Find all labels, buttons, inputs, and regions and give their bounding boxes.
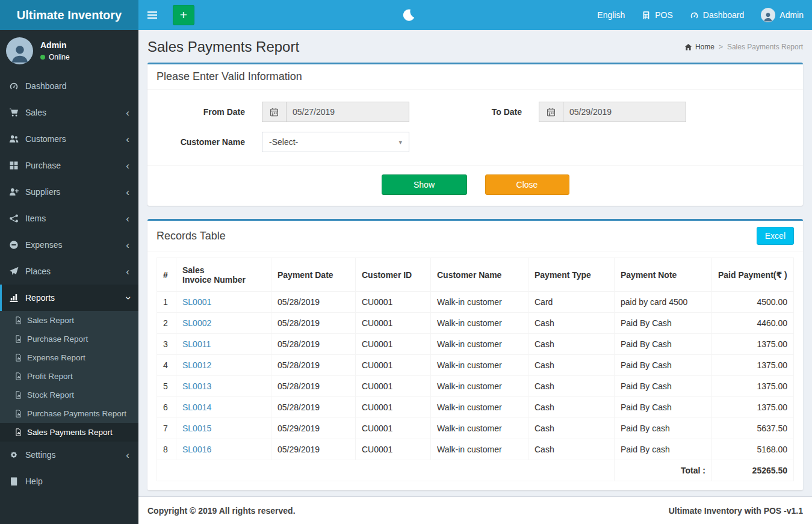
sidebar-item-label: Sales (25, 108, 46, 117)
show-button[interactable]: Show (382, 174, 467, 195)
invoice-link[interactable]: SL0012 (182, 360, 211, 370)
submenu-item-purchase-report[interactable]: Purchase Report (0, 330, 138, 348)
filter-panel: Please Enter Valid Information From Date… (147, 63, 803, 206)
submenu-item-sales-payments-report[interactable]: Sales Payments Report (0, 423, 138, 442)
home-icon (684, 43, 692, 51)
payment-date-cell: 05/28/2019 (271, 334, 356, 355)
invoice-cell: SL0013 (176, 376, 271, 397)
user-avatar (761, 8, 775, 22)
paid-amount-cell: 1375.00 (712, 334, 794, 355)
column-header-payment-date: Payment Date (271, 258, 356, 292)
customer-name-cell: Walk-in customer (431, 439, 528, 460)
sidebar-item-customers[interactable]: Customers ‹ (0, 126, 138, 152)
invoice-link[interactable]: SL0015 (182, 424, 211, 433)
table-row: 1 SL0001 05/28/2019 CU0001 Walk-in custo… (157, 292, 794, 313)
bar-chart-icon (9, 293, 19, 303)
calendar-icon[interactable] (262, 102, 286, 122)
sidebar-item-sales[interactable]: Sales ‹ (0, 99, 138, 126)
customer-select[interactable]: -Select- ▾ (262, 132, 409, 152)
row-number: 4 (157, 355, 176, 376)
excel-export-button[interactable]: Excel (757, 227, 794, 245)
filter-actions: Show Close (147, 165, 803, 206)
file-icon (14, 428, 22, 436)
sidebar-item-label: Settings (25, 450, 56, 460)
invoice-link[interactable]: SL0002 (182, 318, 211, 328)
sidebar-item-label: Items (25, 214, 46, 223)
content-header: Sales Payments Report Home > Sales Payme… (147, 30, 803, 63)
page-footer: Copyright © 2019 All rights reserved. Ul… (138, 496, 812, 524)
navbar-right: English POS Dashboard Admin (589, 0, 812, 30)
payment-type-cell: Card (528, 292, 615, 313)
to-date-input[interactable] (563, 102, 686, 122)
sidebar-item-purchase[interactable]: Purchase ‹ (0, 152, 138, 179)
paper-plane-icon (9, 267, 19, 276)
gears-icon (9, 450, 19, 460)
submenu-item-expense-report[interactable]: Expense Report (0, 348, 138, 367)
to-date-group (539, 102, 686, 122)
chevron-left-icon: ‹ (126, 108, 129, 118)
quick-add-button[interactable]: + (173, 5, 194, 25)
sidebar-item-dashboard[interactable]: Dashboard (0, 73, 138, 99)
user-menu[interactable]: Admin (752, 0, 812, 30)
sidebar-user-name: Admin (40, 40, 70, 50)
sidebar-item-settings[interactable]: Settings ‹ (0, 442, 138, 468)
sidebar-toggle-button[interactable] (138, 0, 166, 30)
payment-note-cell: Paid By Cash (615, 313, 712, 334)
row-number: 8 (157, 439, 176, 460)
sidebar-item-places[interactable]: Places ‹ (0, 258, 138, 285)
sidebar-item-items[interactable]: Items ‹ (0, 205, 138, 232)
submenu-item-stock-report[interactable]: Stock Report (0, 386, 138, 404)
chevron-left-icon: ‹ (126, 214, 129, 224)
invoice-link[interactable]: SL0011 (182, 339, 211, 349)
column-header-payment-type: Payment Type (528, 258, 615, 292)
close-button[interactable]: Close (485, 174, 569, 195)
sidebar-menu: Dashboard Sales ‹ Customers ‹ Purchase ‹… (0, 73, 138, 495)
submenu-item-profit-report[interactable]: Profit Report (0, 367, 138, 386)
column-header-customer-id: Customer ID (356, 258, 431, 292)
caret-down-icon: ▾ (398, 138, 402, 146)
table-row: 6 SL0014 05/28/2019 CU0001 Walk-in custo… (157, 397, 794, 418)
file-icon (14, 335, 22, 343)
dashboard-link[interactable]: Dashboard (681, 0, 753, 30)
records-panel-title: Records Table (157, 230, 226, 242)
payment-note-cell: Paid By Cash (615, 397, 712, 418)
pos-link[interactable]: POS (633, 0, 681, 30)
file-icon (14, 410, 22, 418)
pos-label: POS (655, 10, 673, 20)
payment-date-cell: 05/28/2019 (271, 292, 356, 313)
file-icon (14, 354, 22, 362)
invoice-link[interactable]: SL0016 (182, 445, 211, 454)
invoice-link[interactable]: SL0013 (182, 381, 211, 391)
customer-name-cell: Walk-in customer (431, 418, 528, 439)
breadcrumb-home-link[interactable]: Home (684, 43, 714, 51)
sidebar-item-suppliers[interactable]: Suppliers ‹ (0, 179, 138, 205)
sidebar-item-reports[interactable]: Reports ‹ (0, 285, 138, 311)
submenu-item-sales-report[interactable]: Sales Report (0, 311, 138, 330)
invoice-link[interactable]: SL0014 (182, 402, 211, 412)
content: Sales Payments Report Home > Sales Payme… (138, 30, 812, 496)
paid-amount-cell: 5168.00 (712, 439, 794, 460)
avatar (6, 37, 33, 64)
customer-name-cell: Walk-in customer (431, 313, 528, 334)
version-text: Ultimate Inventory with POS -v1.1 (669, 506, 803, 516)
minus-circle-icon (9, 240, 19, 250)
language-menu[interactable]: English (589, 0, 633, 30)
submenu-item-purchase-payments-report[interactable]: Purchase Payments Report (0, 404, 138, 423)
invoice-link[interactable]: SL0001 (182, 297, 211, 307)
records-panel: Records Table Excel # Sales Invoice Numb… (147, 219, 803, 490)
customer-name-cell: Walk-in customer (431, 376, 528, 397)
sidebar-item-help[interactable]: Help (0, 468, 138, 495)
from-date-input[interactable] (286, 102, 409, 122)
table-total-row: Total : 25265.50 (157, 460, 794, 481)
calendar-icon[interactable] (539, 102, 563, 122)
invoice-cell: SL0011 (176, 334, 271, 355)
breadcrumb-current: Sales Payments Report (727, 43, 803, 51)
chevron-left-icon: ‹ (126, 450, 129, 460)
app-logo[interactable]: Ultimate Inventory (0, 0, 138, 30)
chevron-down-icon: ‹ (123, 296, 133, 300)
file-icon (14, 372, 22, 380)
sidebar-item-expenses[interactable]: Expenses ‹ (0, 232, 138, 258)
table-header-row: # Sales Invoice Number Payment Date Cust… (157, 258, 794, 292)
app-title: Ultimate Inventory (17, 8, 122, 22)
row-number: 1 (157, 292, 176, 313)
